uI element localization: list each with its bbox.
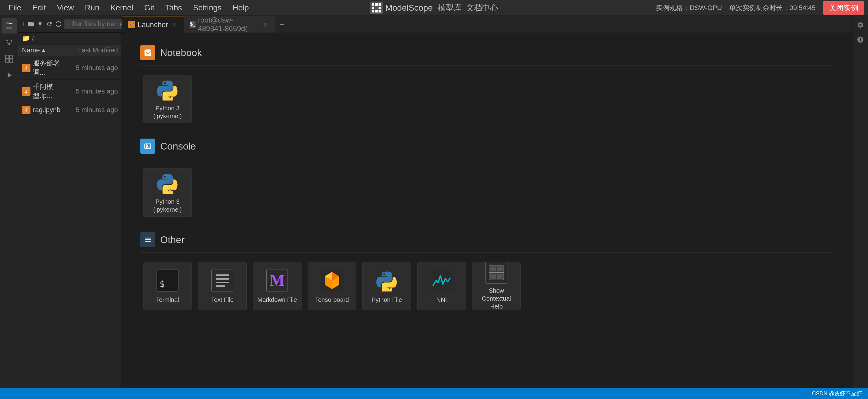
right-info-icon[interactable] [854, 33, 867, 46]
svg-rect-19 [9, 59, 12, 62]
menu-git[interactable]: Git [139, 2, 159, 14]
nni-card-icon [429, 268, 454, 293]
file-modified: 5 minutes ago [63, 106, 118, 114]
file-icon: J [22, 87, 30, 96]
new-folder-button[interactable] [28, 18, 34, 30]
text-file-card-label: Text File [211, 296, 234, 304]
svg-rect-18 [5, 59, 8, 62]
menu-bar-right: 实例规格：DSW-GPU 单次实例剩余时长：09:54:45 关闭实例 [498, 1, 864, 14]
file-item[interactable]: J rag.ipynb 5 minutes ago [18, 103, 122, 117]
sidebar: + 🔍 📁 / Name ▲ [18, 16, 122, 388]
file-name: 服务部署调... [33, 59, 63, 77]
tab-terminal[interactable]: $_ root@dsw-489341-8659d( ✕ [184, 16, 275, 33]
console-section-title: Console [160, 141, 196, 152]
svg-rect-8 [378, 10, 381, 12]
model-library[interactable]: 模型库 [438, 2, 461, 13]
terminal-card[interactable]: $_ Terminal [143, 262, 192, 310]
right-sidebar [852, 16, 868, 388]
menu-kernel[interactable]: Kernel [105, 2, 138, 14]
notebook-section-header: Notebook [140, 45, 834, 65]
upload-button[interactable] [37, 18, 43, 30]
markdown-file-card-icon: M [265, 268, 289, 293]
show-contextual-card-icon [484, 262, 508, 283]
tab-terminal-close[interactable]: ✕ [262, 21, 269, 28]
menu-bar-left: File Edit View Run Kernel Git Tabs Setti… [4, 2, 370, 14]
menu-bar-center: ModelScope 模型库 文档中心 [370, 2, 498, 14]
svg-rect-16 [5, 55, 8, 59]
activity-git-icon[interactable] [2, 35, 17, 50]
svg-rect-29 [490, 267, 496, 271]
status-bar: CSDN @皮虾不皮虾 [0, 388, 868, 399]
svg-line-15 [9, 42, 11, 44]
svg-rect-4 [372, 7, 374, 9]
menu-tabs[interactable]: Tabs [160, 2, 187, 14]
markdown-file-card[interactable]: M Markdown File [253, 262, 302, 310]
svg-rect-3 [378, 3, 381, 6]
tensorboard-card-label: Tensorboard [315, 296, 349, 304]
show-contextual-card[interactable]: Show ContextualHelp [472, 262, 521, 310]
other-section-title: Other [160, 234, 185, 245]
right-settings-icon[interactable] [854, 18, 867, 32]
svg-point-10 [10, 39, 12, 41]
text-file-card[interactable]: Text File [198, 262, 247, 310]
column-name-header[interactable]: Name ▲ [22, 46, 63, 54]
file-item[interactable]: J 服务部署调... 5 minutes ago [18, 56, 122, 80]
column-modified-header[interactable]: Last Modified [63, 46, 118, 54]
docs-center[interactable]: 文档中心 [466, 2, 498, 13]
markdown-file-card-label: Markdown File [257, 296, 297, 304]
instance-time: 单次实例剩余时长：09:54:45 [729, 3, 816, 12]
instance-spec: 实例规格：DSW-GPU [656, 3, 722, 12]
python-file-card-label: Python File [372, 296, 402, 304]
text-file-card-icon [210, 268, 235, 293]
nni-card[interactable]: NNI [417, 262, 466, 310]
console-python3-card[interactable]: Python 3 (ipykernel) [143, 168, 192, 217]
launcher-tab-icon: 🚀 [128, 21, 135, 28]
file-item[interactable]: J 千问模型.ip... 5 minutes ago [18, 80, 122, 103]
file-list: J 服务部署调... 5 minutes ago J 千问模型.ip... 5 … [18, 56, 122, 388]
tab-launcher-close[interactable]: ✕ [170, 21, 178, 29]
console-section-header: Console [140, 139, 834, 159]
breadcrumb: 📁 / [18, 33, 122, 44]
console-section-icon [140, 139, 155, 154]
notebook-section-icon [140, 45, 155, 60]
menu-settings[interactable]: Settings [188, 2, 226, 14]
menu-bar: File Edit View Run Kernel Git Tabs Setti… [0, 0, 868, 16]
svg-rect-6 [372, 10, 374, 12]
console-python3-icon [155, 172, 180, 195]
other-section-icon [140, 232, 155, 247]
nni-card-label: NNI [436, 296, 447, 304]
close-instance-button[interactable]: 关闭实例 [823, 1, 864, 14]
file-icon: J [22, 64, 30, 72]
git-button[interactable] [55, 18, 62, 30]
file-modified: 5 minutes ago [63, 87, 118, 95]
modelscope-icon [370, 2, 383, 14]
activity-bar [0, 16, 18, 388]
tab-terminal-label: root@dsw-489341-8659d( [198, 16, 259, 33]
new-tab-button[interactable]: + [275, 18, 289, 31]
notebook-python3-card[interactable]: Python 3 (ipykernel) [143, 74, 192, 123]
terminal-card-icon: $_ [155, 268, 180, 293]
folder-icon: 📁 [22, 34, 30, 42]
svg-rect-32 [497, 274, 502, 279]
activity-files-icon[interactable] [2, 18, 17, 33]
menu-edit[interactable]: Edit [27, 2, 51, 14]
file-modified: 5 minutes ago [63, 64, 118, 72]
activity-run-icon[interactable] [2, 68, 17, 83]
modelscope-logo: ModelScope [370, 2, 433, 14]
menu-help[interactable]: Help [228, 2, 254, 14]
refresh-button[interactable] [46, 18, 53, 30]
file-table-header: Name ▲ Last Modified [18, 44, 122, 56]
launcher-content: Notebook [122, 33, 852, 388]
activity-extensions-icon[interactable] [2, 51, 17, 66]
new-file-button[interactable]: + [21, 18, 25, 30]
tab-launcher[interactable]: 🚀 Launcher ✕ [122, 16, 184, 33]
modelscope-text: ModelScope [385, 3, 433, 13]
python-file-card[interactable]: Python File [363, 262, 411, 310]
tensorboard-card[interactable]: Tensorboard [308, 262, 356, 310]
menu-file[interactable]: File [4, 2, 26, 14]
menu-run[interactable]: Run [80, 2, 104, 14]
menu-view[interactable]: View [52, 2, 79, 14]
terminal-card-label: Terminal [156, 296, 179, 304]
other-section-header: Other [140, 232, 834, 252]
notebook-section-title: Notebook [160, 47, 202, 59]
